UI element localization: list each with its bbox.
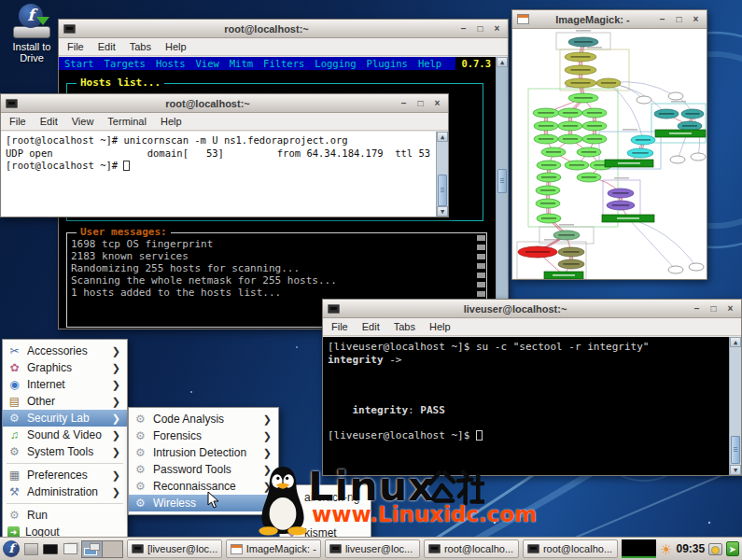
scroll-down-arrow[interactable]: ▼ (730, 465, 741, 475)
menu-item-graphics[interactable]: ✿Graphics (3, 359, 127, 376)
titlebar[interactable]: liveuser@localhost:~ (323, 300, 741, 318)
maximize-button[interactable] (474, 23, 486, 35)
graph-node (689, 263, 704, 271)
ettercap-menu-targets[interactable]: Targets (105, 58, 146, 70)
titlebar[interactable]: root@localhost:~ (1, 94, 448, 113)
menu-item-code-analysis[interactable]: ⚙Code Analysis (129, 411, 278, 427)
task-button-root-terminal-2[interactable]: root@localho... (523, 539, 618, 558)
imagemagick-canvas[interactable] (512, 29, 707, 279)
graph-node-label-mark (617, 217, 639, 218)
menu-file[interactable]: File (9, 116, 26, 127)
task-button-root-terminal[interactable]: root@localho... (424, 539, 519, 558)
scrollbar-thumb[interactable] (731, 436, 740, 464)
ettercap-menu-mitm[interactable]: Mitm (230, 58, 253, 70)
titlebar[interactable]: root@localhost:~ (59, 20, 508, 38)
scrollbar-thumb[interactable] (438, 175, 447, 206)
workspace-switcher[interactable] (81, 540, 122, 558)
window-root-terminal[interactable]: root@localhost:~ File Edit View Terminal… (0, 93, 449, 217)
menu-item-reconnaissance[interactable]: ⚙Reconnaissance (129, 478, 278, 495)
menu-item-wireless[interactable]: ⚙Wireless (129, 495, 278, 511)
close-button[interactable] (690, 14, 702, 25)
scroll-up-arrow[interactable]: ▲ (437, 132, 448, 142)
palette-icon: ✿ (7, 361, 21, 375)
weather-sun-icon[interactable]: ☀ (660, 542, 672, 556)
scrollbar-thumb[interactable] (497, 169, 507, 193)
scroll-up-arrow[interactable]: ▲ (497, 57, 508, 67)
ettercap-menu-help[interactable]: Help (418, 58, 441, 70)
terminal-launcher[interactable] (43, 540, 59, 558)
menu-item-sound-video[interactable]: ♫Sound & Video (3, 427, 127, 443)
minimize-button[interactable] (398, 98, 410, 109)
menu-item-password-tools[interactable]: ⚙Password Tools (129, 461, 278, 478)
menu-item-other[interactable]: ▤Other (3, 393, 127, 410)
menu-edit[interactable]: Edit (362, 321, 380, 332)
menu-file[interactable]: File (67, 41, 84, 52)
fedora-menu-button[interactable]: f (3, 540, 20, 558)
scrollbar[interactable]: ▲ ▼ (436, 132, 448, 217)
window-liveuser-terminal[interactable]: liveuser@localhost:~ File Edit Tabs Help… (322, 299, 742, 476)
menu-item-security-lab[interactable]: ⚙Security Lab (3, 410, 127, 427)
ettercap-menu-plugins[interactable]: Plugins (367, 58, 408, 70)
menu-help[interactable]: Help (429, 321, 451, 332)
ettercap-menu-filters[interactable]: Filters (263, 58, 304, 70)
task-button-imagemagick[interactable]: ImageMagick: - (226, 539, 321, 558)
menu-item-system-tools[interactable]: ⚙System Tools (3, 443, 127, 460)
ettercap-menubar[interactable]: Start Targets Hosts View Mitm Filters Lo… (59, 57, 455, 70)
menu-item-aircrack-ng[interactable]: ▦aircrack-ng (280, 488, 371, 506)
clock[interactable]: 09:35 (677, 542, 706, 555)
show-desktop-button[interactable] (63, 540, 78, 558)
menu-item-internet[interactable]: ◉Internet (3, 376, 127, 393)
close-button[interactable] (724, 303, 736, 315)
scroll-up-arrow[interactable]: ▲ (730, 337, 741, 347)
menu-item-obscured[interactable]: ▦ (280, 506, 371, 524)
install-to-drive-icon[interactable]: f Install to Drive (6, 4, 58, 63)
task-button-liveuser-terminal[interactable]: [liveuser@loc... (127, 539, 222, 558)
menu-help[interactable]: Help (161, 116, 182, 127)
maximize-button[interactable] (707, 303, 720, 315)
graph-node-label-mark (539, 125, 553, 126)
titlebar[interactable]: ImageMagick: - (512, 10, 707, 29)
menu-item-preferences[interactable]: ▦Preferences (3, 467, 127, 483)
maximize-button[interactable] (414, 98, 427, 109)
menu-edit[interactable]: Edit (98, 41, 116, 52)
maximize-button[interactable] (673, 14, 685, 25)
menu-item-intrusion-detection[interactable]: ⚙Intrusion Detection (129, 444, 278, 461)
ettercap-menu-logging[interactable]: Logging (315, 58, 356, 70)
scrollbar[interactable]: ▲ ▼ (496, 57, 508, 329)
menu-help[interactable]: Help (165, 41, 187, 52)
minimize-button[interactable] (656, 14, 668, 25)
menu-tabs[interactable]: Tabs (130, 41, 151, 52)
menu-terminal[interactable]: Terminal (107, 116, 147, 127)
liveuser-terminal-screen[interactable]: [liveuser@localhost ~]$ su -c "sectool -… (323, 337, 741, 475)
root-terminal-screen[interactable]: [root@localhost ~]# unicornscan -m U ns1… (1, 132, 448, 217)
menu-item-administration[interactable]: ⚒Administration (3, 483, 127, 500)
scroll-down-arrow[interactable]: ▼ (437, 206, 448, 217)
minimize-button[interactable] (691, 303, 703, 315)
logout-tray-icon[interactable] (726, 541, 739, 556)
window-imagemagick[interactable]: ImageMagick: - (511, 9, 707, 280)
menu-item-forensics[interactable]: ⚙Forensics (129, 427, 278, 444)
task-button-liveuser-terminal-2[interactable]: liveuser@loc... (325, 539, 420, 558)
display-settings-icon[interactable] (708, 543, 721, 555)
tray-preview-window[interactable] (622, 539, 656, 558)
ettercap-menu-hosts[interactable]: Hosts (156, 58, 186, 70)
close-button[interactable] (491, 23, 503, 35)
workspace-2[interactable] (102, 541, 122, 557)
menu-file[interactable]: File (331, 321, 348, 332)
ettercap-menu-view[interactable]: View (195, 58, 218, 70)
ettercap-menu-start[interactable]: Start (64, 58, 94, 70)
menubar: File Edit Tabs Help (59, 38, 508, 56)
file-manager-launcher[interactable] (23, 540, 39, 558)
minimize-button[interactable] (457, 23, 469, 35)
menu-item-accessories[interactable]: ✂Accessories (3, 343, 127, 359)
menu-view[interactable]: View (72, 116, 94, 127)
close-button[interactable] (431, 98, 443, 109)
menu-item-run[interactable]: ⚙Run (3, 507, 127, 524)
scrollbar[interactable]: ▲ ▼ (729, 337, 741, 475)
terminal-bold-text: integrity (328, 354, 384, 366)
menu-tabs[interactable]: Tabs (394, 321, 415, 332)
graph-cluster-caption (614, 177, 629, 179)
menu-edit[interactable]: Edit (40, 116, 58, 127)
workspace-1[interactable] (82, 541, 102, 557)
submenu-arrow-icon (112, 429, 120, 441)
